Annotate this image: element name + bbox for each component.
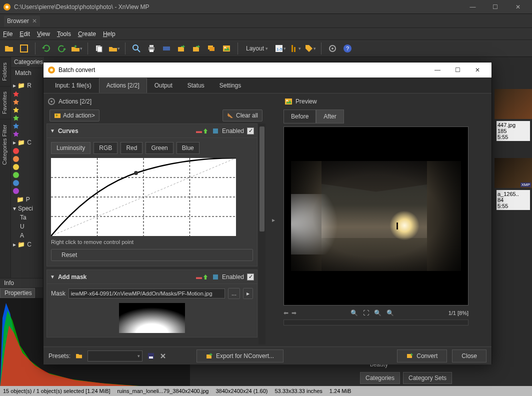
save-icon[interactable] bbox=[148, 352, 154, 360]
paste-icon[interactable]: ▾ bbox=[108, 42, 120, 54]
settings-icon[interactable] bbox=[212, 274, 219, 280]
collapse-icon[interactable]: ▼ bbox=[50, 274, 55, 280]
menu-help[interactable]: Help bbox=[103, 30, 116, 38]
maximize-button[interactable]: ☐ bbox=[484, 1, 506, 13]
dialog-maximize-button[interactable]: ☐ bbox=[448, 64, 468, 76]
thumbnail-image[interactable] bbox=[494, 89, 532, 119]
next-mask-button[interactable]: ▸ bbox=[243, 288, 253, 299]
vtab-categories-filter[interactable]: Categories Filter bbox=[0, 119, 10, 170]
delete-icon[interactable] bbox=[160, 352, 166, 360]
tab-settings[interactable]: Settings bbox=[212, 78, 248, 93]
help-icon[interactable]: ? bbox=[342, 42, 354, 54]
close-icon[interactable]: ✕ bbox=[32, 18, 37, 24]
tab-input[interactable]: Input: 1 file(s) bbox=[48, 78, 99, 93]
settings-icon[interactable] bbox=[212, 128, 219, 134]
dialog-minimize-button[interactable]: — bbox=[428, 64, 448, 76]
presets-combo[interactable]: ▾ bbox=[88, 350, 142, 362]
tab-category-sets[interactable]: Category Sets bbox=[403, 372, 452, 384]
dialog-close-button[interactable]: ✕ bbox=[468, 64, 488, 76]
tag-icon[interactable]: ▾ bbox=[304, 42, 316, 54]
minimize-button[interactable]: — bbox=[462, 1, 484, 13]
scanner-icon[interactable] bbox=[160, 42, 172, 54]
preview-scrollbar[interactable] bbox=[284, 320, 468, 326]
channel-luminosity[interactable]: Luminosity bbox=[51, 142, 90, 154]
preview-image[interactable] bbox=[291, 161, 461, 271]
thumbnail-card[interactable]: 447.jpg 185 5:55 bbox=[496, 121, 530, 141]
scrollbar[interactable] bbox=[258, 124, 266, 344]
refresh-icon[interactable] bbox=[40, 42, 52, 54]
zoom-in-icon[interactable]: 🔍 bbox=[350, 310, 358, 316]
import-icon[interactable] bbox=[190, 42, 202, 54]
zoom-fit-icon[interactable]: ⛶ bbox=[363, 310, 369, 316]
tree-item[interactable]: ▾ Speci bbox=[13, 204, 42, 213]
tab-after[interactable]: After bbox=[316, 110, 344, 124]
remove-icon[interactable]: ▬ bbox=[196, 274, 202, 280]
clear-all-button[interactable]: Clear all bbox=[222, 110, 262, 122]
menu-create[interactable]: Create bbox=[78, 30, 96, 38]
channel-rgb[interactable]: RGB bbox=[94, 142, 118, 154]
vtab-folders[interactable]: Folders bbox=[0, 57, 10, 86]
tab-before[interactable]: Before bbox=[284, 110, 316, 124]
fullscreen-icon[interactable] bbox=[18, 42, 30, 54]
thumbnail-image[interactable]: XMP bbox=[494, 158, 532, 188]
menu-file[interactable]: File bbox=[3, 30, 12, 38]
thumbnail-filename: a_1265.. bbox=[498, 191, 529, 197]
enabled-checkbox[interactable]: ✓ bbox=[247, 274, 254, 280]
browse-button[interactable]: ... bbox=[228, 288, 240, 299]
stack-icon[interactable] bbox=[206, 42, 218, 54]
tree-item[interactable]: U bbox=[13, 222, 42, 231]
print-icon[interactable] bbox=[146, 42, 158, 54]
vtab-favorites[interactable]: Favorites bbox=[0, 86, 10, 119]
tab-categories[interactable]: Categories bbox=[360, 372, 400, 384]
channel-blue[interactable]: Blue bbox=[176, 142, 200, 154]
move-up-icon[interactable] bbox=[202, 128, 209, 134]
tab-properties[interactable]: Properties bbox=[0, 288, 35, 298]
menu-view[interactable]: View bbox=[37, 30, 50, 38]
channel-green[interactable]: Green bbox=[146, 142, 173, 154]
open-folder-icon[interactable] bbox=[3, 42, 15, 54]
splitter[interactable]: ▸ bbox=[268, 94, 278, 346]
zoom-reset-icon[interactable]: 🔍 bbox=[386, 310, 394, 316]
tree-item[interactable]: ▸ 📁 C bbox=[13, 240, 42, 249]
tree-item[interactable]: ▸ 📁 R bbox=[13, 81, 42, 90]
tab-actions[interactable]: Actions [2/2] bbox=[99, 78, 147, 93]
tree-item[interactable]: 📁 P bbox=[13, 195, 42, 204]
curves-canvas[interactable] bbox=[51, 158, 236, 236]
tree-item[interactable]: Ta bbox=[13, 213, 42, 222]
export-icon[interactable] bbox=[176, 42, 188, 54]
enabled-checkbox[interactable]: ✓ bbox=[247, 128, 254, 134]
close-button[interactable]: ✕ bbox=[506, 1, 529, 13]
dialog-title-bar[interactable]: Batch convert — ☐ ✕ bbox=[44, 62, 492, 78]
image-icon[interactable] bbox=[220, 42, 232, 54]
next-image-button[interactable]: ➡ bbox=[292, 310, 296, 316]
export-nconvert-button[interactable]: Export for NConvert... bbox=[196, 350, 284, 362]
add-action-button[interactable]: + Add action> bbox=[50, 110, 100, 122]
gear-icon[interactable] bbox=[326, 42, 338, 54]
thumbnail-card[interactable]: a_1265.. 84 5:55 bbox=[496, 190, 530, 210]
menu-tools[interactable]: Tools bbox=[57, 30, 71, 38]
collapse-icon[interactable]: ▼ bbox=[50, 128, 55, 134]
copy-icon[interactable] bbox=[93, 42, 105, 54]
remove-icon[interactable]: ▬ bbox=[196, 128, 202, 134]
mask-path-input[interactable]: iewMP-x64-0991/XnViewMP/AddOn/Masks/PF-M… bbox=[68, 288, 225, 298]
channel-red[interactable]: Red bbox=[120, 142, 142, 154]
tab-status[interactable]: Status bbox=[180, 78, 212, 93]
folder-icon[interactable] bbox=[76, 352, 82, 360]
tab-browser[interactable]: Browser ✕ bbox=[4, 16, 40, 26]
prev-image-button[interactable]: ⬅ bbox=[284, 310, 288, 316]
layout-combo[interactable]: Layout▾ bbox=[243, 45, 271, 52]
refresh-all-icon[interactable] bbox=[56, 42, 68, 54]
menu-edit[interactable]: Edit bbox=[20, 30, 30, 38]
tree-item[interactable]: A bbox=[13, 231, 42, 240]
convert-button[interactable]: Convert bbox=[397, 350, 447, 362]
sort-icon[interactable]: ▾ bbox=[289, 42, 301, 54]
move-up-icon[interactable] bbox=[202, 274, 209, 280]
zoom-out-icon[interactable]: 🔍 bbox=[374, 310, 382, 316]
close-dialog-button[interactable]: Close bbox=[452, 350, 486, 362]
search-icon[interactable] bbox=[130, 42, 142, 54]
tree-item[interactable]: ▸ 📁 C bbox=[13, 138, 42, 147]
up-folder-icon[interactable]: ▾ bbox=[70, 42, 82, 54]
reset-button[interactable]: Reset bbox=[51, 249, 253, 261]
tab-output[interactable]: Output bbox=[147, 78, 180, 93]
thumbnail-mode-icon[interactable]: 1-5▾ bbox=[274, 42, 286, 54]
